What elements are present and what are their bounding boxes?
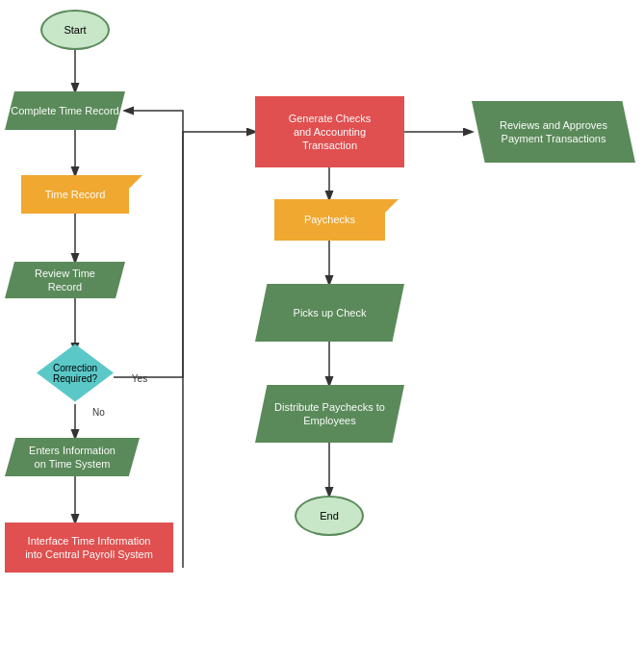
paychecks-shape: Paychecks	[274, 199, 385, 241]
end-shape: End	[295, 496, 364, 536]
picks-up-check-shape: Picks up Check	[255, 284, 404, 342]
review-time-record-label: Review Time Record	[35, 267, 95, 294]
generate-checks-shape: Generate Checks and Accounting Transacti…	[255, 96, 404, 167]
time-record-shape: Time Record	[21, 175, 129, 214]
correction-required-label: Correction Required?	[53, 363, 97, 384]
generate-checks-label: Generate Checks and Accounting Transacti…	[289, 112, 372, 153]
no-label: No	[87, 404, 111, 420]
time-record-note-tri	[129, 175, 142, 189]
complete-time-record-label: Complete Time Record	[11, 104, 119, 117]
paychecks-label: Paychecks	[304, 213, 355, 226]
complete-time-record-shape: Complete Time Record	[5, 91, 125, 130]
start-label: Start	[64, 23, 86, 37]
enters-info-label: Enters Information on Time System	[29, 444, 116, 472]
review-time-record-shape: Review Time Record	[5, 262, 125, 298]
enters-info-shape: Enters Information on Time System	[5, 438, 140, 476]
flowchart-diagram: Start Complete Time Record Time Record R…	[0, 0, 644, 663]
reviews-approves-shape: Reviews and Approves Payment Transaction…	[472, 101, 635, 163]
interface-time-shape: Interface Time Information into Central …	[5, 523, 173, 573]
end-label: End	[320, 509, 339, 523]
reviews-approves-label: Reviews and Approves Payment Transaction…	[500, 118, 607, 146]
interface-time-label: Interface Time Information into Central …	[25, 534, 153, 562]
yes-label: Yes	[125, 370, 154, 386]
correction-required-wrap: Correction Required?	[37, 342, 114, 404]
paychecks-note-tri	[385, 199, 399, 213]
picks-up-check-label: Picks up Check	[294, 306, 367, 319]
distribute-paychecks-shape: Distribute Paychecks to Employees	[255, 385, 404, 443]
start-shape: Start	[40, 10, 110, 50]
time-record-label: Time Record	[45, 188, 106, 201]
distribute-paychecks-label: Distribute Paychecks to Employees	[274, 400, 385, 428]
